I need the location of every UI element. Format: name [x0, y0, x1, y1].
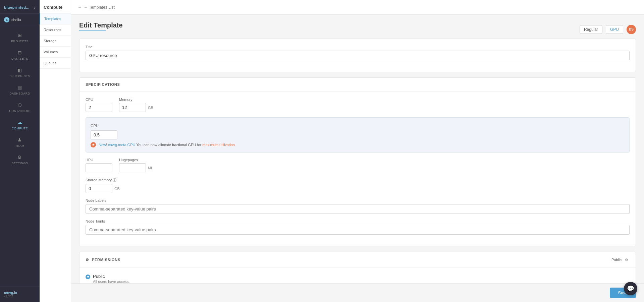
sidebar-item-datasets[interactable]: ⊟ DATASETS	[0, 46, 40, 64]
shared-memory-input[interactable]	[86, 184, 112, 193]
memory-input[interactable]	[119, 103, 146, 112]
sidebar-item-label: TEAM	[15, 144, 24, 147]
header-actions: Regular GPU DS	[580, 25, 636, 34]
settings-icon: ⚙	[17, 154, 23, 160]
permissions-content: Public All users have access. Private Se…	[79, 268, 636, 283]
breadcrumb-back[interactable]: ← ← Templates List	[78, 5, 115, 10]
sidebar-item-team[interactable]: ♟ TEAM	[0, 133, 40, 151]
gpu-info: ★ New! cnvrg.meta.GPU You can now alloca…	[91, 142, 625, 147]
sidebar-toggle-icon[interactable]: ›	[34, 5, 36, 10]
sidebar-item-label: DATASETS	[11, 57, 28, 60]
sidebar-item-settings[interactable]: ⚙ SETTINGS	[0, 151, 40, 168]
sidebar-item-containers[interactable]: ⬡ CONTAINERS	[0, 99, 40, 116]
dashboard-icon: ▤	[17, 84, 23, 90]
specifications-section: SPECIFICATIONS CPU Memory G	[79, 77, 636, 246]
permissions-section: ⚙ PERMISSIONS Public ⚙ Public All users …	[79, 252, 636, 283]
permissions-badge: Public ⚙	[611, 257, 630, 263]
gpu-input[interactable]	[91, 130, 117, 139]
gpu-info-detail: You can now allocate fractional GPU for	[136, 143, 202, 147]
public-option[interactable]: Public All users have access.	[86, 274, 630, 283]
node-labels-field: Node Labels	[86, 198, 630, 214]
back-arrow-icon: ←	[78, 5, 82, 10]
gpu-info-link[interactable]: New! cnvrg.meta.GPU	[99, 143, 135, 147]
sidebar-item-queues[interactable]: Queues	[40, 58, 71, 69]
title-underline	[79, 30, 106, 31]
footer-brand: cnvrg.io	[4, 291, 36, 295]
title-label: Title	[86, 45, 630, 49]
public-label: Public	[93, 274, 129, 279]
memory-label: Memory	[119, 98, 153, 102]
public-desc: All users have access.	[93, 280, 129, 283]
datasets-icon: ⊟	[17, 50, 23, 56]
blueprints-icon: ◧	[17, 67, 23, 73]
sidebar: blueprintsd... › S sheila ⊞ PROJECTS ⊟ D…	[0, 0, 40, 302]
user-avatar: DS	[627, 25, 636, 34]
shared-memory-unit: GB	[114, 187, 120, 191]
title-section: Title	[79, 39, 636, 72]
hugepages-input[interactable]	[119, 163, 146, 172]
memory-unit: GB	[148, 106, 153, 110]
hpu-label: HPU	[86, 158, 112, 162]
secondary-sidebar: Compute Templates Resources Storage Volu…	[40, 0, 71, 302]
sidebar-item-resources[interactable]: Resources	[40, 24, 71, 36]
sidebar-item-templates[interactable]: Templates	[40, 13, 71, 24]
shared-memory-label: Shared Memory ⓘ	[86, 178, 630, 183]
shared-memory-input-wrap: GB	[86, 184, 630, 193]
shared-memory-field: Shared Memory ⓘ GB	[86, 178, 630, 193]
hugepages-unit: Mi	[148, 166, 152, 170]
specifications-content: CPU Memory GB GPU	[79, 92, 636, 246]
cpu-label: CPU	[86, 98, 112, 102]
title-input[interactable]	[86, 51, 630, 60]
version-text: v4.382	[4, 295, 36, 298]
permissions-settings-icon[interactable]: ⚙	[624, 257, 630, 263]
cpu-memory-row: CPU Memory GB	[86, 98, 630, 112]
page-title-group: Edit Template	[79, 21, 123, 37]
hpu-input[interactable]	[86, 163, 112, 172]
shared-memory-info-icon: ⓘ	[113, 178, 116, 182]
permissions-header: ⚙ PERMISSIONS Public ⚙	[79, 252, 636, 268]
node-labels-input[interactable]	[86, 204, 630, 214]
sidebar-item-projects[interactable]: ⊞ PROJECTS	[0, 29, 40, 46]
permissions-label: PERMISSIONS	[92, 258, 120, 262]
gpu-input-wrap	[91, 130, 625, 139]
sidebar-item-label: SETTINGS	[11, 162, 28, 165]
page-header: Edit Template Regular GPU DS	[79, 21, 636, 37]
compute-icon: ☁	[17, 119, 23, 125]
brand-text: blueprintsd...	[4, 5, 30, 9]
sidebar-item-volumes[interactable]: Volumes	[40, 47, 71, 58]
gpu-button[interactable]: GPU	[606, 25, 623, 34]
sidebar-item-blueprints[interactable]: ◧ BLUEPRINTS	[0, 64, 40, 81]
sidebar-nav: ⊞ PROJECTS ⊟ DATASETS ◧ BLUEPRINTS ▤ DAS…	[0, 26, 40, 287]
sidebar-logo: blueprintsd... ›	[0, 0, 40, 14]
cpu-input[interactable]	[86, 103, 112, 112]
sidebar-item-label: BLUEPRINTS	[9, 74, 30, 78]
sidebar-item-storage[interactable]: Storage	[40, 36, 71, 47]
public-radio[interactable]	[86, 275, 90, 279]
node-taints-input[interactable]	[86, 225, 630, 235]
sidebar-user: S sheila	[0, 14, 40, 26]
team-icon: ♟	[17, 137, 23, 143]
chat-bubble[interactable]: 💬	[624, 282, 637, 295]
hpu-hugepages-row: HPU Hugepages Mi	[86, 158, 630, 172]
gpu-info-highlight: maximum utilization	[202, 143, 235, 147]
hpu-field: HPU	[86, 158, 112, 172]
content-area: Edit Template Regular GPU DS Title SPECI…	[71, 15, 644, 283]
title-field: Title	[86, 45, 630, 60]
sidebar-item-compute[interactable]: ☁ COMPUTE	[0, 116, 40, 133]
gpu-label: GPU	[91, 124, 99, 128]
projects-icon: ⊞	[17, 32, 23, 38]
cpu-field: CPU	[86, 98, 112, 112]
regular-button[interactable]: Regular	[580, 25, 602, 34]
hugepages-field: Hugepages Mi	[119, 158, 152, 172]
containers-icon: ⬡	[17, 102, 23, 108]
sidebar-item-label: PROJECTS	[11, 40, 29, 43]
public-option-text: Public All users have access.	[93, 274, 129, 283]
breadcrumb-label: ← Templates List	[84, 5, 115, 10]
title-section-content: Title	[79, 39, 636, 72]
main-content: ← ← Templates List Edit Template Regular…	[71, 0, 644, 302]
sidebar-item-dashboard[interactable]: ▤ DASHBOARD	[0, 81, 40, 99]
public-badge-text: Public	[611, 258, 622, 262]
node-labels-label: Node Labels	[86, 198, 630, 202]
specifications-header: SPECIFICATIONS	[79, 78, 636, 92]
memory-field: Memory GB	[119, 98, 153, 112]
